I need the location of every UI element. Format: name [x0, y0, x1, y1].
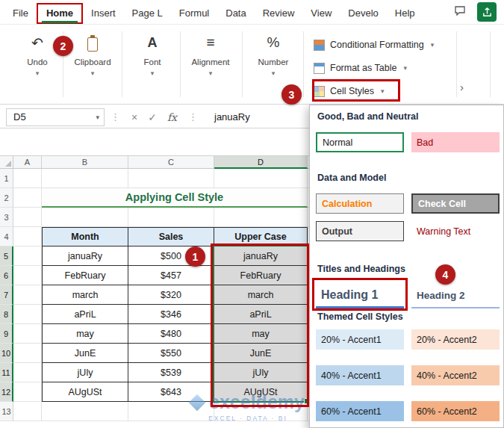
row-header[interactable]: 3 [0, 208, 13, 227]
cell-uppercase[interactable]: JunE [214, 344, 308, 363]
cell[interactable] [13, 344, 42, 363]
style-check-cell[interactable]: Check Cell [411, 193, 500, 214]
tab-help[interactable]: Help [387, 3, 423, 24]
dropdown-icon[interactable]: ▾ [96, 114, 99, 121]
tab-data[interactable]: Data [217, 3, 254, 24]
cell-uppercase[interactable]: jUly [214, 363, 308, 382]
tab-formulas[interactable]: Formul [171, 3, 217, 24]
style-40-accent1[interactable]: 40% - Accent1 [316, 365, 404, 385]
name-box[interactable]: D5 ▾ [6, 108, 105, 126]
cell-sales[interactable]: $346 [128, 305, 214, 324]
cell[interactable] [42, 169, 128, 188]
row-header[interactable]: 11 [0, 363, 13, 382]
row-header[interactable]: 12 [0, 382, 13, 402]
undo-button[interactable]: ↶ Undo ▾ [10, 31, 64, 77]
cell-sales[interactable]: $643 [128, 382, 214, 402]
row-header[interactable]: 13 [0, 402, 13, 421]
row-header[interactable]: 9 [0, 324, 13, 344]
cell-month[interactable]: aPriL [42, 305, 128, 324]
style-heading-2[interactable]: Heading 2 [411, 283, 500, 308]
cell[interactable] [13, 382, 42, 402]
row-header[interactable]: 7 [0, 285, 13, 305]
tab-developer[interactable]: Develo [340, 3, 386, 24]
enter-icon[interactable]: ✓ [148, 111, 157, 123]
style-calculation[interactable]: Calculation [316, 193, 404, 214]
cell[interactable] [13, 363, 42, 382]
table-header-month[interactable]: Month [42, 227, 128, 246]
row-header[interactable]: 6 [0, 266, 13, 285]
cell[interactable] [42, 208, 128, 227]
style-heading-1[interactable]: Heading 1 [316, 283, 404, 308]
cell-sales[interactable]: $320 [128, 285, 214, 305]
tab-view[interactable]: View [302, 3, 340, 24]
cell[interactable] [13, 169, 42, 188]
cell[interactable] [128, 402, 214, 421]
alignment-button[interactable]: ≡ Alignment ▾ [184, 31, 237, 77]
comment-icon[interactable] [453, 4, 467, 20]
cell-month[interactable]: march [42, 285, 128, 305]
cell[interactable] [13, 324, 42, 344]
cell-sales[interactable]: $500 [128, 246, 214, 266]
tab-home[interactable]: Home [37, 3, 83, 24]
cell[interactable] [128, 169, 214, 188]
column-header-d[interactable]: D [214, 156, 308, 169]
column-header-a[interactable]: A [13, 156, 42, 169]
dropdown-icon[interactable]: ▾ [36, 69, 40, 77]
row-header[interactable]: 5 [0, 246, 13, 266]
share-button[interactable] [477, 2, 497, 22]
formula-bar-value[interactable]: januaRy [214, 111, 250, 122]
cell-sales[interactable]: $539 [128, 363, 214, 382]
sheet-title-cell[interactable]: Applying Cell Style [42, 188, 308, 208]
style-output[interactable]: Output [316, 221, 404, 241]
cell[interactable] [214, 208, 308, 227]
style-20-accent2[interactable]: 20% - Accent2 [411, 329, 500, 350]
cell-month[interactable]: JunE [42, 344, 128, 363]
tab-page-layout[interactable]: Page L [124, 3, 171, 24]
tab-review[interactable]: Review [255, 3, 303, 24]
cell[interactable] [13, 305, 42, 324]
cell-styles-button[interactable]: Cell Styles ▾ [314, 81, 385, 102]
cell-sales[interactable]: $550 [128, 344, 214, 363]
dropdown-icon[interactable]: ▾ [151, 69, 155, 77]
row-header[interactable]: 10 [0, 344, 13, 363]
cell[interactable] [13, 188, 42, 208]
cell-month[interactable]: januaRy [42, 246, 128, 266]
cell[interactable] [214, 169, 308, 188]
style-20-accent1[interactable]: 20% - Accent1 [316, 329, 404, 350]
cell[interactable] [13, 402, 42, 421]
column-header-c[interactable]: C [128, 156, 214, 169]
row-header[interactable]: 8 [0, 305, 13, 324]
cancel-icon[interactable]: × [131, 111, 137, 123]
table-header-sales[interactable]: Sales [128, 227, 214, 246]
select-all-corner[interactable] [0, 156, 13, 169]
row-header[interactable]: 4 [0, 227, 13, 246]
style-normal[interactable]: Normal [316, 132, 404, 152]
cell-sales[interactable]: $457 [128, 266, 214, 285]
chevron-right-icon[interactable]: › [460, 81, 464, 93]
cell-sales[interactable]: $480 [128, 324, 214, 344]
font-button[interactable]: A Font ▾ [125, 31, 179, 77]
clipboard-button[interactable]: Clipboard ▾ [66, 31, 119, 77]
cell-uppercase[interactable]: may [214, 324, 308, 344]
cell[interactable] [13, 208, 42, 227]
cell[interactable] [128, 208, 214, 227]
style-bad[interactable]: Bad [411, 132, 500, 152]
style-40-accent2[interactable]: 40% - Accent2 [411, 365, 500, 385]
insert-function-icon[interactable]: fx [167, 111, 177, 123]
cell-month[interactable]: jUly [42, 363, 128, 382]
row-header[interactable]: 2 [0, 188, 13, 208]
cell-uppercase[interactable]: march [214, 285, 308, 305]
dropdown-icon[interactable]: ▾ [272, 69, 276, 77]
cell-month[interactable]: may [42, 324, 128, 344]
cell[interactable] [42, 402, 128, 421]
cell-uppercase[interactable]: AUgUSt [214, 382, 308, 402]
cell-month[interactable]: FebRuary [42, 266, 128, 285]
cell-uppercase[interactable]: januaRy [214, 246, 308, 266]
cell[interactable] [13, 227, 42, 246]
tab-file[interactable]: File [4, 3, 37, 24]
style-60-accent1[interactable]: 60% - Accent1 [316, 401, 404, 421]
cell-uppercase[interactable]: FebRuary [214, 266, 308, 285]
column-header-b[interactable]: B [42, 156, 128, 169]
conditional-formatting-button[interactable]: Conditional Formatting ▾ [314, 34, 434, 55]
cell[interactable] [13, 246, 42, 266]
